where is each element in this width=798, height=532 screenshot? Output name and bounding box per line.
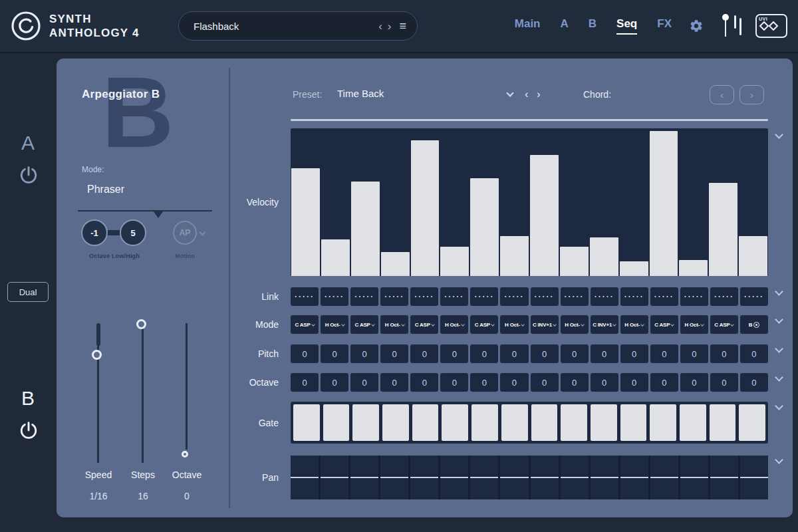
velocity-bar-14[interactable] bbox=[679, 260, 708, 276]
mode-expand-chevron-icon[interactable] bbox=[775, 315, 783, 324]
mode-cell-4[interactable]: H Oct- bbox=[380, 315, 408, 334]
volume-handle[interactable] bbox=[722, 14, 729, 21]
gate-cell-1[interactable] bbox=[293, 404, 320, 441]
gate-cells[interactable] bbox=[291, 402, 768, 444]
octave-slider-handle[interactable] bbox=[182, 451, 188, 458]
pan-cell-1[interactable] bbox=[291, 456, 319, 499]
link-cell-4[interactable]: ····· bbox=[380, 287, 408, 306]
velocity-bar-6[interactable] bbox=[440, 247, 469, 276]
speed-slider-handle[interactable] bbox=[92, 350, 102, 360]
preset-next-icon[interactable]: › bbox=[385, 21, 394, 32]
seq-preset-chevron-icon[interactable] bbox=[506, 89, 513, 96]
octave-cell-7[interactable]: 0 bbox=[470, 373, 498, 392]
mode-cell-8[interactable]: H Oct- bbox=[500, 315, 528, 334]
mode-cell-5[interactable]: C ASP bbox=[410, 315, 438, 334]
pan-cell-13[interactable] bbox=[650, 456, 678, 499]
octave-low-knob[interactable]: -1 bbox=[81, 219, 108, 246]
steps-slider-handle[interactable] bbox=[136, 319, 146, 329]
pan-cell-14[interactable] bbox=[680, 456, 708, 499]
mode-cell-2[interactable]: H Oct- bbox=[321, 315, 348, 334]
gate-cell-10[interactable] bbox=[561, 404, 587, 441]
link-cell-15[interactable]: ····· bbox=[710, 287, 738, 306]
global-preset-name[interactable]: Flashback bbox=[194, 21, 376, 32]
link-cell-7[interactable]: ····· bbox=[470, 287, 498, 306]
gate-cell-11[interactable] bbox=[591, 404, 617, 441]
chord-prev-button[interactable]: ‹ bbox=[710, 85, 734, 104]
seq-preset-next-icon[interactable]: › bbox=[537, 88, 541, 100]
nav-seq[interactable]: Seq bbox=[616, 17, 637, 35]
preset-menu-icon[interactable]: ≡ bbox=[399, 20, 406, 32]
pitch-cell-1[interactable]: 0 bbox=[291, 344, 319, 363]
octave-slider-track[interactable] bbox=[186, 323, 188, 450]
pitch-cell-3[interactable]: 0 bbox=[350, 344, 378, 363]
link-expand-chevron-icon[interactable] bbox=[775, 287, 783, 296]
pitch-cell-13[interactable]: 0 bbox=[650, 344, 678, 363]
layer-b-power-icon[interactable] bbox=[19, 420, 39, 443]
pitch-cell-2[interactable]: 0 bbox=[321, 344, 348, 363]
octave-expand-chevron-icon[interactable] bbox=[775, 373, 783, 382]
pitch-cell-15[interactable]: 0 bbox=[710, 344, 738, 363]
pitch-cell-4[interactable]: 0 bbox=[380, 344, 408, 363]
velocity-zoom-bar[interactable] bbox=[291, 119, 768, 121]
mode-cell-12[interactable]: H Oct- bbox=[620, 315, 648, 334]
pitch-cell-5[interactable]: 0 bbox=[410, 344, 438, 363]
mode-cell-7[interactable]: C ASP bbox=[470, 315, 498, 334]
velocity-bar-5[interactable] bbox=[411, 140, 440, 276]
pan-cell-10[interactable] bbox=[561, 456, 589, 499]
layer-b-label[interactable]: B bbox=[0, 387, 57, 410]
gate-cell-3[interactable] bbox=[352, 404, 379, 441]
layer-a-label[interactable]: A bbox=[0, 132, 57, 154]
pitch-cell-10[interactable]: 0 bbox=[561, 344, 589, 363]
pan-cell-12[interactable] bbox=[620, 456, 648, 499]
velocity-graph[interactable] bbox=[291, 128, 768, 276]
pan-cell-2[interactable] bbox=[321, 456, 348, 499]
octave-cell-5[interactable]: 0 bbox=[410, 373, 438, 392]
octave-cell-4[interactable]: 0 bbox=[380, 373, 408, 392]
mode-cell-14[interactable]: H Oct- bbox=[680, 315, 708, 334]
gate-cell-4[interactable] bbox=[382, 404, 409, 441]
pitch-cell-16[interactable]: 0 bbox=[740, 344, 768, 363]
steps-slider-track[interactable] bbox=[142, 323, 144, 463]
mode-cell-1[interactable]: C ASP bbox=[291, 315, 319, 334]
mode-cell-11[interactable]: C INV+1 bbox=[591, 315, 618, 334]
link-cell-1[interactable]: ····· bbox=[291, 287, 319, 306]
pan-cell-6[interactable] bbox=[440, 456, 468, 499]
link-cell-12[interactable]: ····· bbox=[620, 287, 648, 306]
velocity-bar-7[interactable] bbox=[470, 178, 499, 276]
octave-cell-9[interactable]: 0 bbox=[531, 373, 559, 392]
master-volume-slider[interactable] bbox=[722, 10, 746, 42]
arp-mode-dropdown[interactable]: Phraser bbox=[87, 184, 124, 196]
velocity-bar-4[interactable] bbox=[381, 252, 410, 276]
gate-cell-2[interactable] bbox=[323, 404, 350, 441]
link-cell-14[interactable]: ····· bbox=[680, 287, 708, 306]
pitch-cell-11[interactable]: 0 bbox=[591, 344, 618, 363]
pitch-cell-14[interactable]: 0 bbox=[680, 344, 708, 363]
gate-cell-7[interactable] bbox=[471, 404, 498, 441]
link-cell-10[interactable]: ····· bbox=[561, 287, 589, 306]
dual-mode-button[interactable]: Dual bbox=[7, 282, 49, 302]
gate-cell-5[interactable] bbox=[412, 404, 439, 441]
pan-cells[interactable] bbox=[291, 456, 768, 499]
link-cell-6[interactable]: ····· bbox=[440, 287, 468, 306]
pan-cell-3[interactable] bbox=[350, 456, 378, 499]
link-cell-2[interactable]: ····· bbox=[321, 287, 348, 306]
octave-cell-10[interactable]: 0 bbox=[561, 373, 589, 392]
velocity-bar-8[interactable] bbox=[500, 236, 529, 276]
velocity-expand-chevron-icon[interactable] bbox=[775, 130, 783, 139]
link-cell-8[interactable]: ····· bbox=[500, 287, 528, 306]
pitch-cell-12[interactable]: 0 bbox=[620, 344, 648, 363]
pan-cell-7[interactable] bbox=[470, 456, 498, 499]
octave-high-knob[interactable]: 5 bbox=[120, 219, 146, 246]
octave-cell-6[interactable]: 0 bbox=[440, 373, 468, 392]
layer-a-power-icon[interactable] bbox=[19, 165, 39, 188]
link-cell-11[interactable]: ····· bbox=[591, 287, 618, 306]
octave-cell-14[interactable]: 0 bbox=[680, 373, 708, 392]
velocity-bar-12[interactable] bbox=[620, 261, 648, 276]
velocity-bar-16[interactable] bbox=[739, 236, 767, 276]
preset-prev-icon[interactable]: ‹ bbox=[376, 21, 385, 32]
mode-cell-3[interactable]: C ASP bbox=[350, 315, 378, 334]
pan-expand-chevron-icon[interactable] bbox=[775, 456, 783, 464]
velocity-bar-2[interactable] bbox=[321, 239, 350, 277]
octave-cell-8[interactable]: 0 bbox=[500, 373, 528, 392]
octave-cell-15[interactable]: 0 bbox=[710, 373, 738, 392]
